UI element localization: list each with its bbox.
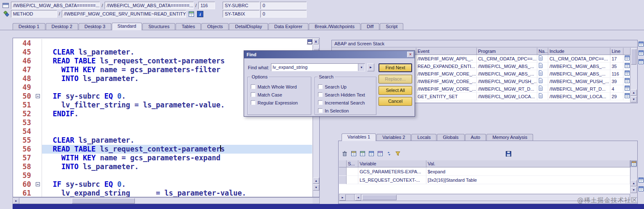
tab-desktop-1[interactable]: Desktop 1 [13,23,45,30]
find-next-button[interactable]: Find Next [379,63,412,72]
services-icon[interactable] [376,150,384,157]
scroll-up-icon[interactable]: ▲ [631,89,637,96]
line-number[interactable]: 47 [13,65,35,74]
stack-cell-program[interactable]: /IWBEP/CL_MGW_PUSH_... [477,78,537,85]
include-program-field[interactable]: /IWBEP/CL_MGW_ABS_DATA=======... [105,2,194,9]
row-selector-cell[interactable] [339,167,347,176]
checkbox-in-selection[interactable]: In Selection [318,107,375,115]
tab-auto[interactable]: Auto [465,134,486,141]
variable-value-cell[interactable]: $expand [426,167,630,176]
stack-cell-include[interactable]: /IWBEP/CL_MGW_PUSH_... [548,78,610,85]
line-number[interactable]: 44 [13,39,35,48]
tab-structures[interactable]: Structures [142,23,175,30]
stack-cell-program[interactable]: /IWBEP/CL_MGW_LOCA... [477,93,537,100]
line-number[interactable]: 58 [13,162,35,171]
variable-row[interactable]: GCS_PARAMETERS-EXPA...$expand [339,167,630,176]
stack-cell-program[interactable]: /IWBEP/CL_MGW_ABS_... [477,63,537,70]
stack-cell-include[interactable]: CL_CRM_ODATA_DPC==... [548,55,610,63]
grid-icon[interactable] [639,178,644,183]
tab-diff[interactable]: Diff [361,23,379,30]
variables-vscrollbar[interactable]: ▲ ▼ [630,160,637,193]
stack-cell-line[interactable]: 17 [610,55,623,63]
checkbox-icon[interactable] [251,84,255,89]
event-field[interactable]: /IWBEP/IF_MGW_CORE_SRV_RUNTIME~READ_ENTI… [62,10,186,18]
code-line[interactable]: 60− IF sy-subrc EQ 0. [13,180,312,189]
cancel-button[interactable]: Cancel [379,97,412,106]
checkbox-icon[interactable] [318,92,323,97]
line-number[interactable]: 57 [13,154,35,162]
scroll-left-icon[interactable]: ◄ [355,194,361,201]
checkbox-regular-expression[interactable]: Regular Expression [251,99,310,107]
checkbox-match-whole-word[interactable]: Match Whole Word [251,83,310,91]
stack-cell-event[interactable]: /IWBEP/IF_MGW_CORE_... [416,85,477,93]
column-header-s[interactable]: S... [347,160,358,167]
split-editor-icon[interactable] [307,39,313,44]
checkbox-search-up[interactable]: Search Up [318,83,375,91]
tab-desktop-3[interactable]: Desktop 3 [79,23,111,30]
grid-icon[interactable] [639,186,644,192]
stack-cell-line[interactable]: 39 [610,78,623,85]
tab-variables-2[interactable]: Variables 2 [376,134,411,141]
scroll-right-icon[interactable]: ► [339,194,346,201]
delete-icon[interactable] [341,150,348,157]
grid-icon[interactable] [639,59,644,65]
scroll-right-icon[interactable]: ► [13,198,19,204]
layout-icon[interactable] [394,150,401,157]
flag-cell[interactable] [347,167,358,176]
flag-cell[interactable] [347,176,358,184]
code-line[interactable]: 57 WITH KEY name = gcs_parameters-expand [13,154,312,162]
line-number[interactable]: 48 [13,74,35,83]
scrollbar-thumb[interactable] [72,198,135,204]
code-line[interactable]: 61 lv_expand_string = ls_parameter-value… [13,189,312,197]
code-line[interactable]: 54 [13,127,312,136]
create-variable-icon[interactable] [350,150,357,157]
scrollbar-thumb[interactable] [631,49,636,65]
tab-locals[interactable]: Locals [411,134,436,141]
sort-icon[interactable] [385,150,392,157]
checkbox-icon[interactable] [251,92,255,97]
tab-desktop-2[interactable]: Desktop 2 [46,23,79,30]
variable-name-cell[interactable]: GCS_PARAMETERS-EXPA... [358,167,426,176]
line-number[interactable]: 60 [13,180,35,189]
stack-cell-event[interactable]: /IWBEP/IF_MGW_CORE_... [416,70,477,78]
tab-data-explorer[interactable]: Data Explorer [268,23,308,30]
sy-subrc-value-field[interactable]: 0 [260,2,307,9]
code-line[interactable]: 58 INTO ls_parameter. [13,162,312,171]
event-type-field[interactable]: METHOD [11,10,57,18]
tab-script[interactable]: Script [380,23,403,30]
collapse-icon[interactable]: − [36,182,40,186]
stack-cell-event[interactable]: /IWBEP/IF_MGW_CORE_... [416,78,477,85]
column-header[interactable] [623,48,630,55]
sy-tabix-value-field[interactable]: 0 [260,10,307,18]
find-dialog[interactable]: Find × Find what: lv_expand_string ▼ ► O… [244,50,415,117]
checkbox-icon[interactable] [318,108,323,113]
save-icon[interactable] [505,150,512,157]
stack-cell-event[interactable]: /IWBEP/IF_MGW_APPL_.. [416,55,477,63]
scroll-down-icon[interactable]: ▼ [631,96,637,102]
find-dialog-titlebar[interactable]: Find × [244,51,415,58]
editor-hscrollbar[interactable]: ◄ ◄ ► [13,197,320,204]
column-header-program[interactable]: Program [477,48,537,55]
scroll-up-icon[interactable]: ▲ [313,178,319,184]
find-direction-icon[interactable]: ► [367,63,374,71]
checkbox-match-case[interactable]: Match Case [251,91,310,99]
variables-table[interactable]: S...VariableVal. GCS_PARAMETERS-EXPA...$… [339,160,630,193]
grid-icon[interactable] [639,50,644,56]
line-number[interactable]: 45 [13,48,35,57]
scrollbar-thumb[interactable] [362,195,397,200]
line-number[interactable]: 51 [13,101,35,110]
stack-cell-line[interactable]: 4 [610,85,623,93]
close-icon[interactable]: × [407,52,414,57]
find-what-combobox[interactable]: lv_expand_string ▼ [271,63,365,71]
select-all-button[interactable]: Select All [379,86,412,95]
line-number[interactable]: 50 [13,92,35,101]
change-variable-icon[interactable] [359,150,366,157]
stack-cell-include[interactable]: /IWBEP/CL_MGW_RT_D... [548,85,610,93]
code-line[interactable]: 44 [13,39,312,48]
info-icon[interactable]: i [197,11,204,17]
line-number[interactable]: 59 [13,171,35,180]
line-number[interactable]: 52 [13,110,35,118]
tab-memory-analysis[interactable]: Memory Analysis [486,134,533,141]
line-number[interactable]: 56 [13,145,35,154]
line-number[interactable]: 61 [13,189,35,197]
